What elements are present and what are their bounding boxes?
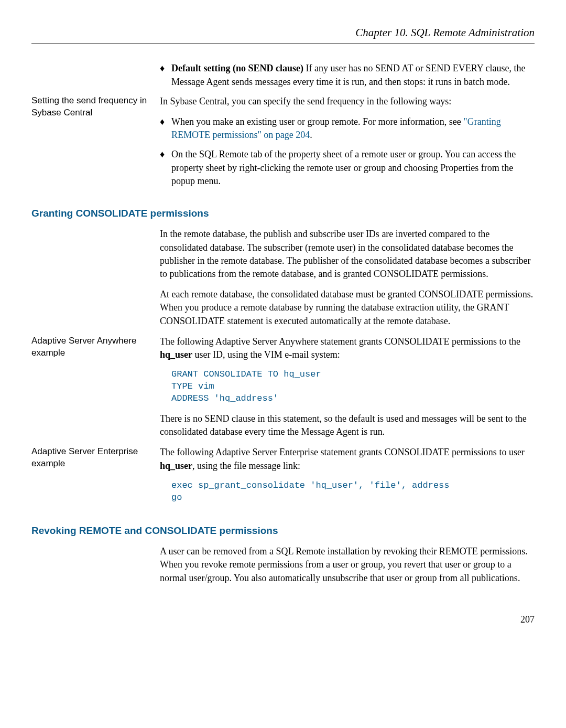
page-number: 207 <box>31 613 535 626</box>
chapter-title: Chapter 10. SQL Remote Administration <box>31 25 535 44</box>
row-sec1-p1: In the remote database, the publish and … <box>31 228 535 335</box>
asa-p2: There is no SEND clause in this statemen… <box>160 412 535 438</box>
bullet-default-setting: ♦ Default setting (no SEND clause) If an… <box>160 62 535 88</box>
row-sec2: A user can be removed from a SQL Remote … <box>31 545 535 592</box>
bullet-text-post: . <box>310 130 312 140</box>
chapter-header: Chapter 10. SQL Remote Administration <box>31 25 535 44</box>
row-default-setting: ♦ Default setting (no SEND clause) If an… <box>31 62 535 94</box>
sec1-p1: In the remote database, the publish and … <box>160 228 535 281</box>
sidebar-send-frequency: Setting the send frequency in Sybase Cen… <box>31 95 160 119</box>
asa-code-block: GRANT CONSOLIDATE TO hq_user TYPE vim AD… <box>171 369 535 405</box>
bullet-diamond-icon: ♦ <box>160 115 171 142</box>
heading-revoking: Revoking REMOTE and CONSOLIDATE permissi… <box>31 524 535 538</box>
row-ase: Adaptive Server Enterprise example The f… <box>31 446 535 511</box>
asa-text: The following Adaptive Server Anywhere s… <box>160 335 535 361</box>
sec2-p: A user can be removed from a SQL Remote … <box>160 545 535 585</box>
asa-text-post: user ID, using the VIM e-mail system: <box>192 349 340 360</box>
page-wrapper: Chapter 10. SQL Remote Administration ♦ … <box>31 25 535 626</box>
send-intro: In Sybase Central, you can specify the s… <box>160 95 535 108</box>
bullet-diamond-icon: ♦ <box>160 62 171 88</box>
sec1-p2: At each remote database, the consolidate… <box>160 288 535 328</box>
bullet-lead: Default setting (no SEND clause) <box>171 63 303 73</box>
ase-text: The following Adaptive Server Enterprise… <box>160 446 535 472</box>
bullet-text-pre: When you make an existing user or group … <box>171 116 463 127</box>
ase-text-post: , using the file message link: <box>192 461 300 471</box>
ase-text-bold: hq_user <box>160 461 192 471</box>
asa-text-bold: hq_user <box>160 349 192 360</box>
row-asa: Adaptive Server Anywhere example The fol… <box>31 335 535 446</box>
bullet-send-2: ♦ On the SQL Remote tab of the property … <box>160 148 535 188</box>
sidebar-asa: Adaptive Server Anywhere example <box>31 335 160 359</box>
bullet-diamond-icon: ♦ <box>160 148 171 188</box>
bullet-body: Default setting (no SEND clause) If any … <box>171 62 535 88</box>
sidebar-ase: Adaptive Server Enterprise example <box>31 446 160 470</box>
asa-text-pre: The following Adaptive Server Anywhere s… <box>160 336 520 347</box>
ase-text-pre: The following Adaptive Server Enterprise… <box>160 447 525 457</box>
row-send-frequency: Setting the send frequency in Sybase Cen… <box>31 95 535 194</box>
heading-granting-consolidate: Granting CONSOLIDATE permissions <box>31 207 535 221</box>
ase-code-block: exec sp_grant_consolidate 'hq_user', 'fi… <box>171 480 535 504</box>
bullet-send-1: ♦ When you make an existing user or grou… <box>160 115 535 142</box>
bullet-text: On the SQL Remote tab of the property sh… <box>171 148 535 188</box>
